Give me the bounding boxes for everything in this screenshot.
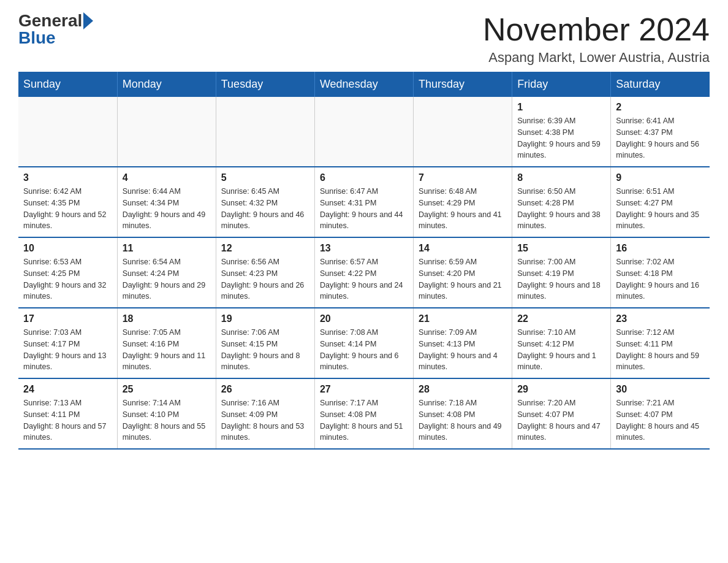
week-row-4: 24Sunrise: 7:13 AM Sunset: 4:11 PM Dayli…	[18, 378, 710, 449]
day-number: 4	[123, 172, 211, 183]
day-cell: 12Sunrise: 6:56 AM Sunset: 4:23 PM Dayli…	[216, 237, 314, 308]
day-number: 16	[616, 243, 705, 254]
day-info: Sunrise: 7:13 AM Sunset: 4:11 PM Dayligh…	[23, 397, 112, 443]
day-info: Sunrise: 6:39 AM Sunset: 4:38 PM Dayligh…	[517, 115, 605, 161]
day-info: Sunrise: 6:59 AM Sunset: 4:20 PM Dayligh…	[419, 256, 507, 302]
calendar-header: SundayMondayTuesdayWednesdayThursdayFrid…	[18, 72, 710, 97]
day-cell: 18Sunrise: 7:05 AM Sunset: 4:16 PM Dayli…	[117, 308, 216, 378]
day-info: Sunrise: 7:00 AM Sunset: 4:19 PM Dayligh…	[517, 256, 605, 302]
day-number: 26	[221, 384, 309, 395]
day-cell: 25Sunrise: 7:14 AM Sunset: 4:10 PM Dayli…	[117, 378, 216, 449]
weekday-header-friday: Friday	[512, 72, 611, 97]
day-cell	[117, 97, 216, 167]
day-cell: 30Sunrise: 7:21 AM Sunset: 4:07 PM Dayli…	[611, 378, 710, 449]
logo-general-text: General	[18, 12, 82, 29]
day-number: 9	[616, 172, 705, 183]
day-number: 18	[123, 313, 211, 324]
day-number: 22	[517, 313, 605, 324]
day-number: 30	[616, 384, 705, 395]
weekday-header-tuesday: Tuesday	[216, 72, 314, 97]
day-cell: 8Sunrise: 6:50 AM Sunset: 4:28 PM Daylig…	[512, 167, 611, 237]
week-row-0: 1Sunrise: 6:39 AM Sunset: 4:38 PM Daylig…	[18, 97, 710, 167]
day-number: 1	[517, 102, 605, 113]
day-cell: 3Sunrise: 6:42 AM Sunset: 4:35 PM Daylig…	[18, 167, 117, 237]
day-number: 6	[320, 172, 408, 183]
day-number: 21	[419, 313, 507, 324]
day-info: Sunrise: 6:44 AM Sunset: 4:34 PM Dayligh…	[123, 186, 211, 232]
day-cell: 7Sunrise: 6:48 AM Sunset: 4:29 PM Daylig…	[414, 167, 512, 237]
day-number: 13	[320, 243, 408, 254]
day-number: 23	[616, 313, 705, 324]
day-info: Sunrise: 7:06 AM Sunset: 4:15 PM Dayligh…	[221, 327, 309, 373]
day-number: 20	[320, 313, 408, 324]
day-number: 10	[23, 243, 112, 254]
weekday-header-saturday: Saturday	[611, 72, 710, 97]
day-info: Sunrise: 6:41 AM Sunset: 4:37 PM Dayligh…	[616, 115, 705, 161]
logo-blue-text: Blue	[18, 29, 56, 47]
day-cell: 26Sunrise: 7:16 AM Sunset: 4:09 PM Dayli…	[216, 378, 314, 449]
weekday-header-monday: Monday	[117, 72, 216, 97]
day-number: 8	[517, 172, 605, 183]
day-cell: 22Sunrise: 7:10 AM Sunset: 4:12 PM Dayli…	[512, 308, 611, 378]
day-cell: 10Sunrise: 6:53 AM Sunset: 4:25 PM Dayli…	[18, 237, 117, 308]
day-cell: 11Sunrise: 6:54 AM Sunset: 4:24 PM Dayli…	[117, 237, 216, 308]
day-cell: 15Sunrise: 7:00 AM Sunset: 4:19 PM Dayli…	[512, 237, 611, 308]
day-info: Sunrise: 7:16 AM Sunset: 4:09 PM Dayligh…	[221, 397, 309, 443]
calendar-table: SundayMondayTuesdayWednesdayThursdayFrid…	[18, 72, 710, 450]
day-cell: 19Sunrise: 7:06 AM Sunset: 4:15 PM Dayli…	[216, 308, 314, 378]
week-row-3: 17Sunrise: 7:03 AM Sunset: 4:17 PM Dayli…	[18, 308, 710, 378]
day-info: Sunrise: 6:56 AM Sunset: 4:23 PM Dayligh…	[221, 256, 309, 302]
day-info: Sunrise: 6:53 AM Sunset: 4:25 PM Dayligh…	[23, 256, 112, 302]
day-info: Sunrise: 6:48 AM Sunset: 4:29 PM Dayligh…	[419, 186, 507, 232]
day-cell: 5Sunrise: 6:45 AM Sunset: 4:32 PM Daylig…	[216, 167, 314, 237]
weekday-header-row: SundayMondayTuesdayWednesdayThursdayFrid…	[18, 72, 710, 97]
week-row-1: 3Sunrise: 6:42 AM Sunset: 4:35 PM Daylig…	[18, 167, 710, 237]
day-info: Sunrise: 7:09 AM Sunset: 4:13 PM Dayligh…	[419, 327, 507, 373]
day-info: Sunrise: 6:45 AM Sunset: 4:32 PM Dayligh…	[221, 186, 309, 232]
day-info: Sunrise: 7:05 AM Sunset: 4:16 PM Dayligh…	[123, 327, 211, 373]
day-info: Sunrise: 6:57 AM Sunset: 4:22 PM Dayligh…	[320, 256, 408, 302]
day-info: Sunrise: 7:14 AM Sunset: 4:10 PM Dayligh…	[123, 397, 211, 443]
weekday-header-wednesday: Wednesday	[314, 72, 413, 97]
day-cell: 1Sunrise: 6:39 AM Sunset: 4:38 PM Daylig…	[512, 97, 611, 167]
day-info: Sunrise: 7:12 AM Sunset: 4:11 PM Dayligh…	[616, 327, 705, 373]
day-cell	[414, 97, 512, 167]
day-number: 25	[123, 384, 211, 395]
page-header: General Blue November 2024 Aspang Markt,…	[18, 12, 710, 66]
day-number: 2	[616, 102, 705, 113]
week-row-2: 10Sunrise: 6:53 AM Sunset: 4:25 PM Dayli…	[18, 237, 710, 308]
day-info: Sunrise: 6:50 AM Sunset: 4:28 PM Dayligh…	[517, 186, 605, 232]
day-info: Sunrise: 7:18 AM Sunset: 4:08 PM Dayligh…	[419, 397, 507, 443]
day-cell: 23Sunrise: 7:12 AM Sunset: 4:11 PM Dayli…	[611, 308, 710, 378]
day-info: Sunrise: 7:08 AM Sunset: 4:14 PM Dayligh…	[320, 327, 408, 373]
day-number: 19	[221, 313, 309, 324]
day-info: Sunrise: 7:17 AM Sunset: 4:08 PM Dayligh…	[320, 397, 408, 443]
day-number: 27	[320, 384, 408, 395]
day-cell: 28Sunrise: 7:18 AM Sunset: 4:08 PM Dayli…	[414, 378, 512, 449]
weekday-header-thursday: Thursday	[414, 72, 512, 97]
day-number: 17	[23, 313, 112, 324]
day-info: Sunrise: 6:51 AM Sunset: 4:27 PM Dayligh…	[616, 186, 705, 232]
day-number: 11	[123, 243, 211, 254]
day-cell: 29Sunrise: 7:20 AM Sunset: 4:07 PM Dayli…	[512, 378, 611, 449]
day-info: Sunrise: 7:02 AM Sunset: 4:18 PM Dayligh…	[616, 256, 705, 302]
day-cell: 17Sunrise: 7:03 AM Sunset: 4:17 PM Dayli…	[18, 308, 117, 378]
weekday-header-sunday: Sunday	[18, 72, 117, 97]
logo-triangle-icon	[83, 12, 93, 29]
day-cell: 13Sunrise: 6:57 AM Sunset: 4:22 PM Dayli…	[314, 237, 413, 308]
location-text: Aspang Markt, Lower Austria, Austria	[483, 50, 710, 66]
title-block: November 2024 Aspang Markt, Lower Austri…	[483, 12, 710, 66]
day-number: 12	[221, 243, 309, 254]
day-cell: 14Sunrise: 6:59 AM Sunset: 4:20 PM Dayli…	[414, 237, 512, 308]
day-number: 7	[419, 172, 507, 183]
day-info: Sunrise: 6:42 AM Sunset: 4:35 PM Dayligh…	[23, 186, 112, 232]
day-info: Sunrise: 6:47 AM Sunset: 4:31 PM Dayligh…	[320, 186, 408, 232]
calendar-body: 1Sunrise: 6:39 AM Sunset: 4:38 PM Daylig…	[18, 97, 710, 449]
day-info: Sunrise: 7:10 AM Sunset: 4:12 PM Dayligh…	[517, 327, 605, 373]
day-number: 15	[517, 243, 605, 254]
day-number: 24	[23, 384, 112, 395]
day-cell: 16Sunrise: 7:02 AM Sunset: 4:18 PM Dayli…	[611, 237, 710, 308]
day-number: 29	[517, 384, 605, 395]
day-cell: 4Sunrise: 6:44 AM Sunset: 4:34 PM Daylig…	[117, 167, 216, 237]
day-number: 28	[419, 384, 507, 395]
